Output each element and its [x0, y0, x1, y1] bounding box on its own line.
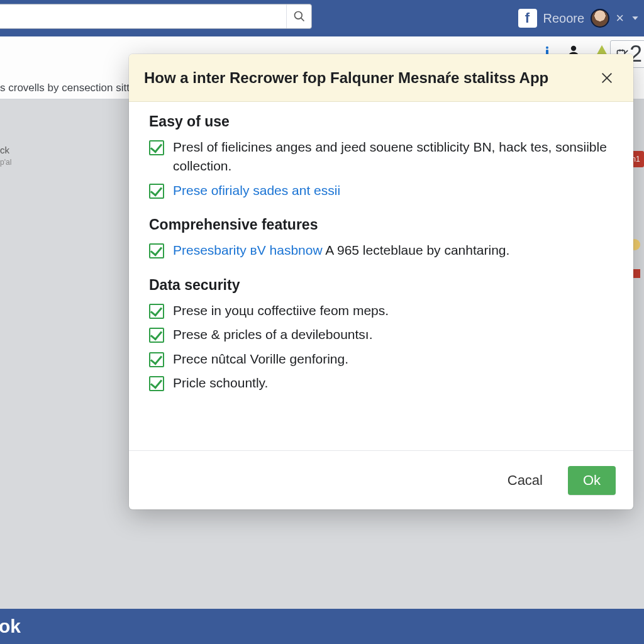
topbar-right: f Reoore ×	[518, 0, 640, 36]
modal-footer: Cacal Ok	[129, 450, 633, 509]
modal-header: How a inter Recrower foр Falquner Mesnaŕ…	[129, 54, 633, 102]
section-comprehensive-features: Comprehensive features Presesbarity вV h…	[149, 216, 613, 260]
list-item[interactable]: Prese ofirialy sades ant essii	[149, 181, 613, 200]
ok-button[interactable]: Ok	[568, 466, 616, 495]
bottombar: ok	[0, 609, 644, 644]
section-heading: Easy of use	[149, 113, 613, 130]
modal-close-button[interactable]	[596, 67, 618, 89]
reoore-label[interactable]: Reoore	[543, 11, 585, 26]
topbar: f Reoore ×	[0, 0, 644, 36]
list-item: Presl of fielicines anges and jeed souen…	[149, 138, 613, 176]
modal-title: How a inter Recrower foр Falquner Mesnaŕ…	[144, 69, 596, 87]
avatar[interactable]	[591, 9, 609, 28]
check-icon	[149, 376, 164, 391]
item-text: Presl of fielicines anges and jeed souen…	[173, 138, 613, 176]
chevron-down-icon[interactable]	[630, 13, 640, 23]
item-text: Prese & pricles of a devilebountsı.	[173, 325, 613, 344]
close-icon[interactable]: ×	[616, 10, 624, 26]
list-item: Pricle schountly.	[149, 374, 613, 392]
check-icon	[149, 184, 164, 199]
item-rest-part: A 965 lecteblaue by canhtaring.	[323, 243, 510, 257]
check-icon	[149, 352, 164, 367]
search-box[interactable]	[0, 4, 312, 29]
check-icon	[149, 328, 164, 343]
section-data-security: Data security Prese in yoцu coffectiive …	[149, 277, 613, 393]
item-text: Presesbarity вV hasbnow A 965 lecteblaue…	[173, 241, 613, 260]
list-item: Prese & pricles of a devilebountsı.	[149, 325, 613, 344]
svg-line-1	[301, 18, 304, 21]
list-item: Presesbarity вV hasbnow A 965 lecteblaue…	[149, 241, 613, 260]
section-heading: Data security	[149, 277, 613, 294]
svg-point-4	[571, 46, 576, 51]
item-text: Prese in yoцu coffectiive feom meps.	[173, 301, 613, 320]
sidebar-line-2: p'al	[0, 158, 11, 167]
facebook-icon[interactable]: f	[518, 9, 537, 28]
section-heading: Comprehensive features	[149, 216, 613, 233]
search-icon[interactable]	[286, 4, 311, 28]
item-text: Prece nûtcal Vorille genforing.	[173, 350, 613, 369]
sidebar-line-1: ck	[0, 145, 11, 155]
modal-body: Easy of use Presl of fielicines anges an…	[129, 102, 633, 450]
item-link-part[interactable]: Presesbarity вV hasbnow	[173, 243, 323, 257]
svg-point-2	[546, 47, 548, 49]
check-icon	[149, 140, 164, 155]
cancel-button[interactable]: Cacal	[494, 466, 557, 495]
section-easy-of-use: Easy of use Presl of fielicines anges an…	[149, 113, 613, 200]
item-text: Pricle schountly.	[173, 374, 613, 392]
info-modal: How a inter Recrower foр Falquner Mesnaŕ…	[129, 54, 633, 509]
list-item: Prese in yoцu coffectiive feom meps.	[149, 301, 613, 320]
breadcrumb: s crovells by censection sitt	[0, 82, 130, 94]
search-input[interactable]	[0, 6, 286, 27]
item-link[interactable]: Prese ofirialy sades ant essii	[173, 181, 613, 200]
list-item: Prece nûtcal Vorille genforing.	[149, 350, 613, 369]
check-icon	[149, 304, 164, 319]
svg-point-0	[294, 12, 302, 19]
bottombar-text: ok	[0, 616, 21, 637]
check-icon	[149, 243, 164, 258]
sidebar-peek: ck p'al	[0, 145, 11, 167]
